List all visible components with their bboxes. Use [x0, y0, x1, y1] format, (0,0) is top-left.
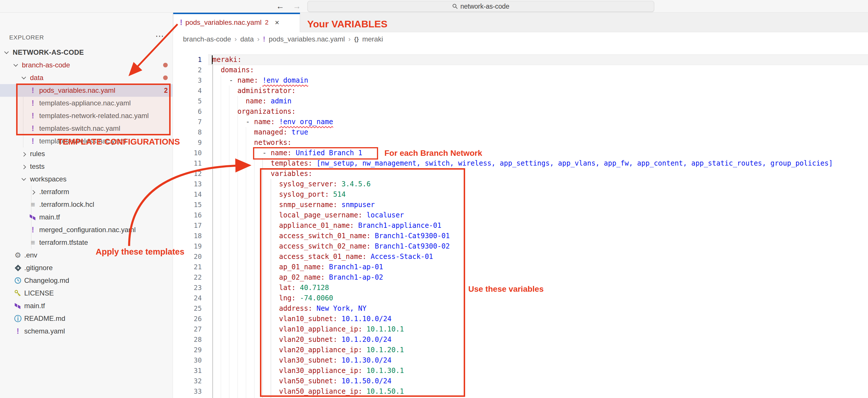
- explorer-row-main-tf[interactable]: main.tf: [0, 211, 173, 224]
- chevron-right-icon: [29, 190, 37, 194]
- code-text: administrator:: [212, 87, 296, 95]
- yaml-warning-icon: !: [14, 327, 22, 335]
- code-text: managed: true: [212, 128, 308, 136]
- code-line-2[interactable]: 2 domains:: [173, 65, 868, 75]
- search-value: network-as-code: [460, 3, 509, 10]
- indent-guide: [246, 127, 246, 398]
- line-number: 21: [173, 262, 202, 272]
- active-tab-indicator: [173, 13, 300, 14]
- code-line-7[interactable]: 7 - name: !env org_name: [173, 117, 868, 127]
- text-file-icon: ≡: [29, 200, 37, 209]
- explorer-row-branch-as-code[interactable]: branch-as-code: [0, 59, 173, 71]
- explorer-row-merged-configuration-nac-yaml[interactable]: !merged_configuration.nac.yaml: [0, 224, 173, 236]
- explorer-row-license[interactable]: LICENSE: [0, 287, 173, 299]
- file-label: Changelog.md: [24, 276, 69, 285]
- code-line-1[interactable]: 1meraki:: [173, 55, 868, 65]
- file-label: tests: [30, 162, 45, 170]
- explorer-row-network-as-code[interactable]: NETWORK-AS-CODE: [0, 46, 173, 59]
- code-text: networks:: [212, 138, 292, 146]
- code-text: - name: !env domain: [212, 76, 308, 85]
- object-braces-icon: {}: [354, 36, 359, 43]
- breadcrumb-item[interactable]: meraki: [362, 35, 383, 43]
- file-label: main.tf: [24, 302, 45, 310]
- key-icon: [14, 290, 22, 297]
- file-label: branch-as-code: [22, 61, 70, 69]
- line-number: 27: [173, 324, 202, 334]
- explorer-row-changelog-md[interactable]: Changelog.md: [0, 274, 173, 287]
- info-icon: ⓘ: [14, 314, 22, 323]
- file-label: terraform.tfstate: [39, 238, 88, 246]
- code-line-3[interactable]: 3 - name: !env domain: [173, 75, 868, 86]
- forward-arrow-icon[interactable]: →: [291, 1, 303, 12]
- explorer-row--terraform[interactable]: .terraform: [0, 186, 173, 198]
- explorer-row-data[interactable]: data: [0, 71, 173, 84]
- line-number: 31: [173, 365, 202, 376]
- explorer-row--terraform-lock-hcl[interactable]: ≡.terraform.lock.hcl: [0, 198, 173, 211]
- line-number: 2: [173, 65, 202, 75]
- breadcrumb-item[interactable]: branch-as-code: [183, 35, 231, 43]
- yaml-warning-icon: !: [29, 137, 37, 145]
- line-number: 13: [173, 179, 202, 189]
- file-label: .terraform.lock.hcl: [39, 200, 94, 208]
- file-label: merged_configuration.nac.yaml: [39, 226, 136, 234]
- chevron-down-icon: [20, 76, 28, 79]
- breadcrumb[interactable]: branch-as-code›data›!pods_variables.nac.…: [183, 32, 383, 46]
- explorer-row-readme-md[interactable]: ⓘREADME.md: [0, 312, 173, 325]
- chevron-down-icon: [11, 64, 20, 67]
- code-line-9[interactable]: 9 networks:: [173, 137, 868, 148]
- indent-guide: [229, 86, 230, 398]
- code-line-8[interactable]: 8 managed: true: [173, 127, 868, 137]
- line-number: 15: [173, 200, 202, 210]
- line-number: 29: [173, 345, 202, 355]
- line-number: 12: [173, 168, 202, 179]
- indent-guide: [221, 75, 221, 398]
- code-line-11[interactable]: 11 templates: [nw_setup, nw_management, …: [173, 158, 868, 168]
- annotation-your-variables: Your VARIABLES: [307, 19, 387, 30]
- back-arrow-icon[interactable]: ←: [274, 1, 286, 12]
- breadcrumb-separator: ›: [235, 35, 237, 43]
- line-number: 33: [173, 386, 202, 397]
- breadcrumb-item[interactable]: pods_variables.nac.yaml: [269, 35, 345, 43]
- modified-dot: [163, 63, 168, 67]
- file-label: NETWORK-AS-CODE: [13, 48, 84, 57]
- gear-icon: ⚙: [14, 251, 22, 260]
- breadcrumb-separator: ›: [348, 35, 351, 43]
- annotation-box-branch-name: [253, 147, 378, 160]
- explorer-row--gitignore[interactable]: .gitignore: [0, 262, 173, 274]
- line-number: 1: [173, 55, 202, 65]
- explorer-row-main-tf[interactable]: main.tf: [0, 299, 173, 312]
- chevron-right-icon: [20, 165, 28, 168]
- explorer-title: EXPLORER: [9, 32, 44, 43]
- command-center-search[interactable]: network-as-code: [308, 1, 654, 12]
- breadcrumb-item[interactable]: data: [240, 35, 254, 43]
- explorer-more-actions-icon[interactable]: ⋯: [153, 31, 166, 43]
- file-label: .env: [24, 251, 37, 259]
- line-number: 7: [173, 117, 202, 127]
- tab-pods-variables[interactable]: ! pods_variables.nac.yaml 2 ×: [173, 13, 300, 32]
- explorer-row-schema-yaml[interactable]: !schema.yaml: [0, 325, 173, 337]
- file-label: schema.yaml: [24, 327, 65, 335]
- code-line-6[interactable]: 6 organizations:: [173, 106, 868, 117]
- file-label: .gitignore: [24, 264, 53, 272]
- chevron-right-icon: [20, 152, 28, 156]
- line-number: 16: [173, 210, 202, 220]
- file-label: LICENSE: [24, 289, 54, 297]
- annotation-use-variables: Use these variables: [468, 285, 544, 294]
- line-number: 28: [173, 334, 202, 345]
- yaml-warning-icon: !: [263, 35, 265, 43]
- terraform-icon: [29, 214, 37, 221]
- explorer-row-rules[interactable]: rules: [0, 147, 173, 160]
- title-bar: ← → network-as-code: [0, 0, 868, 13]
- explorer-row-workspaces[interactable]: workspaces: [0, 173, 173, 186]
- code-text: meraki:: [212, 56, 242, 64]
- line-number: 3: [173, 75, 202, 86]
- code-text: domains:: [212, 66, 254, 74]
- chevron-down-icon: [2, 51, 10, 54]
- code-line-5[interactable]: 5 name: admin: [173, 96, 868, 106]
- code-line-4[interactable]: 4 administrator:: [173, 86, 868, 96]
- line-number: 14: [173, 189, 202, 200]
- tab-close-icon[interactable]: ×: [275, 18, 279, 27]
- search-icon: [452, 3, 458, 9]
- explorer-row-tests[interactable]: tests: [0, 160, 173, 173]
- file-label: workspaces: [30, 175, 67, 183]
